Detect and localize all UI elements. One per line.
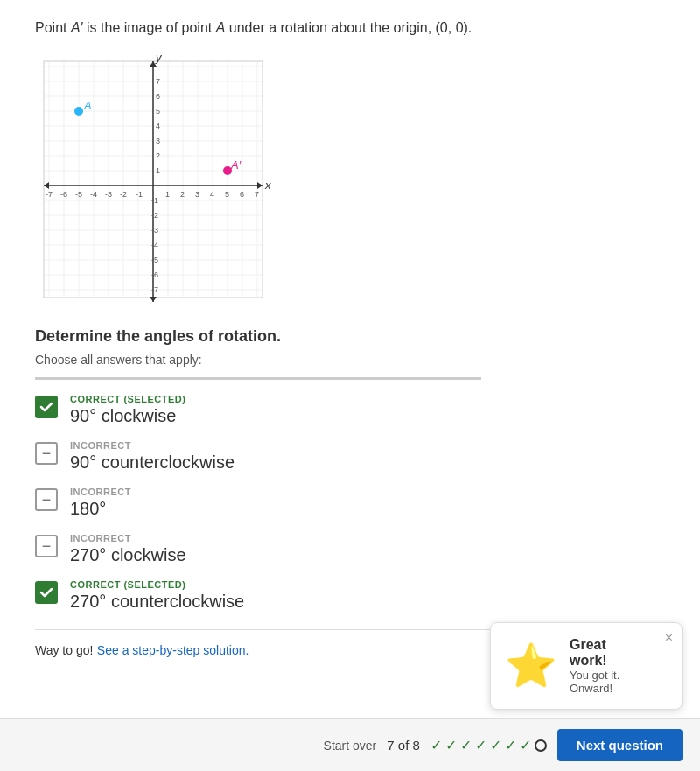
answer-content-5: CORRECT (SELECTED) 270° counterclockwise bbox=[70, 579, 244, 612]
check-6: ✓ bbox=[505, 737, 516, 753]
svg-text:-2: -2 bbox=[151, 211, 158, 220]
svg-text:7: 7 bbox=[156, 77, 160, 86]
answer-content-2: INCORRECT 90° counterclockwise bbox=[70, 440, 234, 473]
question-text: Point A′ is the image of point A under a… bbox=[35, 18, 665, 39]
toast-notification: ⭐ Great work! You got it. Onward! × bbox=[490, 622, 682, 710]
check-1: ✓ bbox=[430, 737, 442, 753]
start-over-button[interactable]: Start over bbox=[324, 739, 377, 753]
point-a bbox=[74, 107, 83, 116]
toast-subtitle: You got it. Onward! bbox=[570, 669, 647, 695]
svg-text:-1: -1 bbox=[136, 190, 143, 199]
svg-marker-37 bbox=[150, 297, 157, 302]
coordinate-graph: x y -7 -6 -5 -4 -3 -2 -1 1 2 3 4 5 6 7 7… bbox=[35, 53, 271, 306]
answer-content-3: INCORRECT 180° bbox=[70, 487, 131, 519]
next-question-button[interactable]: Next question bbox=[557, 729, 682, 761]
svg-text:1: 1 bbox=[165, 190, 170, 199]
svg-text:3: 3 bbox=[195, 190, 200, 199]
svg-text:x: x bbox=[264, 179, 271, 192]
check-7: ✓ bbox=[520, 737, 531, 753]
svg-text:4: 4 bbox=[210, 190, 214, 199]
answer-item-2: INCORRECT 90° counterclockwise bbox=[35, 440, 665, 473]
check-marks: ✓ ✓ ✓ ✓ ✓ ✓ ✓ bbox=[430, 737, 547, 753]
answer-status-3: INCORRECT bbox=[70, 487, 131, 497]
svg-text:-2: -2 bbox=[120, 190, 127, 199]
check-4: ✓ bbox=[475, 737, 486, 753]
graph-container: x y -7 -6 -5 -4 -3 -2 -1 1 2 3 4 5 6 7 7… bbox=[35, 53, 271, 306]
point-a-label: A bbox=[83, 99, 92, 112]
checkbox-incorrect-2[interactable] bbox=[35, 442, 58, 465]
answer-label-2: 90° counterclockwise bbox=[70, 452, 234, 473]
toast-title: Great work! bbox=[570, 637, 647, 669]
svg-text:6: 6 bbox=[240, 190, 244, 199]
answer-content-1: CORRECT (SELECTED) 90° clockwise bbox=[70, 394, 186, 426]
answer-content-4: INCORRECT 270° clockwise bbox=[70, 533, 186, 565]
answer-label-5: 270° counterclockwise bbox=[70, 592, 244, 612]
svg-text:-5: -5 bbox=[151, 256, 158, 264]
checkbox-incorrect-4[interactable] bbox=[35, 535, 58, 557]
toast-content: Great work! You got it. Onward! bbox=[570, 637, 647, 695]
svg-text:-7: -7 bbox=[46, 190, 52, 199]
svg-text:5: 5 bbox=[156, 107, 160, 116]
answer-status-1: CORRECT (SELECTED) bbox=[70, 394, 186, 404]
svg-text:1: 1 bbox=[156, 166, 160, 175]
answer-status-2: INCORRECT bbox=[70, 440, 234, 451]
svg-text:2: 2 bbox=[156, 151, 160, 160]
checkbox-correct-5[interactable] bbox=[35, 581, 58, 604]
answer-label-3: 180° bbox=[70, 499, 131, 519]
svg-text:-1: -1 bbox=[151, 196, 158, 205]
svg-text:6: 6 bbox=[156, 92, 160, 101]
checkbox-incorrect-3[interactable] bbox=[35, 488, 58, 511]
check-2: ✓ bbox=[445, 737, 457, 753]
svg-text:-6: -6 bbox=[151, 270, 158, 279]
way-to-go-text: Way to go! See a step-by-step solution. bbox=[35, 642, 248, 658]
answer-label-1: 90° clockwise bbox=[70, 406, 186, 426]
svg-text:-5: -5 bbox=[75, 190, 82, 199]
svg-text:5: 5 bbox=[225, 190, 229, 199]
svg-text:-3: -3 bbox=[151, 226, 158, 235]
determine-heading: Determine the angles of rotation. bbox=[35, 327, 665, 346]
star-icon: ⭐ bbox=[505, 645, 557, 687]
svg-text:-7: -7 bbox=[151, 285, 158, 294]
answer-item-1: CORRECT (SELECTED) 90° clockwise bbox=[35, 394, 665, 426]
point-a-prime-label: A′ bbox=[230, 158, 242, 172]
choose-text: Choose all answers that apply: bbox=[35, 353, 665, 367]
svg-text:7: 7 bbox=[255, 190, 259, 199]
divider bbox=[35, 377, 481, 380]
check-5: ✓ bbox=[490, 737, 501, 753]
svg-text:2: 2 bbox=[180, 190, 185, 199]
progress-text: 7 of 8 bbox=[387, 738, 420, 753]
step-by-step-link[interactable]: See a step-by-step solution. bbox=[97, 643, 249, 657]
svg-text:-4: -4 bbox=[151, 241, 158, 249]
circle-mark bbox=[535, 739, 547, 752]
svg-text:4: 4 bbox=[156, 122, 160, 130]
bottom-bar: Start over 7 of 8 ✓ ✓ ✓ ✓ ✓ ✓ ✓ Next que… bbox=[0, 718, 700, 771]
svg-text:-3: -3 bbox=[105, 190, 112, 199]
answer-status-5: CORRECT (SELECTED) bbox=[70, 579, 244, 590]
answer-label-4: 270° clockwise bbox=[70, 545, 186, 565]
answer-item-5: CORRECT (SELECTED) 270° counterclockwise bbox=[35, 579, 665, 612]
toast-close-button[interactable]: × bbox=[665, 630, 673, 646]
answer-status-4: INCORRECT bbox=[70, 533, 186, 543]
svg-text:3: 3 bbox=[156, 137, 160, 145]
svg-text:-6: -6 bbox=[60, 190, 67, 199]
answer-item-4: INCORRECT 270° clockwise bbox=[35, 533, 665, 565]
checkbox-correct-1[interactable] bbox=[35, 396, 58, 418]
svg-text:-4: -4 bbox=[90, 190, 97, 199]
answer-item-3: INCORRECT 180° bbox=[35, 487, 665, 519]
check-3: ✓ bbox=[460, 737, 472, 753]
way-to-go-label: Way to go! bbox=[35, 643, 93, 657]
